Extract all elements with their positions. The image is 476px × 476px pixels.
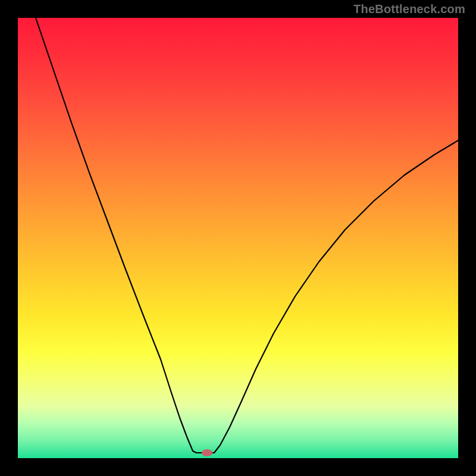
bottleneck-curve bbox=[36, 18, 458, 453]
chart-svg bbox=[18, 18, 458, 458]
plot-area bbox=[18, 18, 458, 458]
chart-frame: TheBottleneck.com bbox=[0, 0, 476, 476]
watermark-text: TheBottleneck.com bbox=[353, 2, 465, 16]
min-marker bbox=[202, 449, 212, 456]
